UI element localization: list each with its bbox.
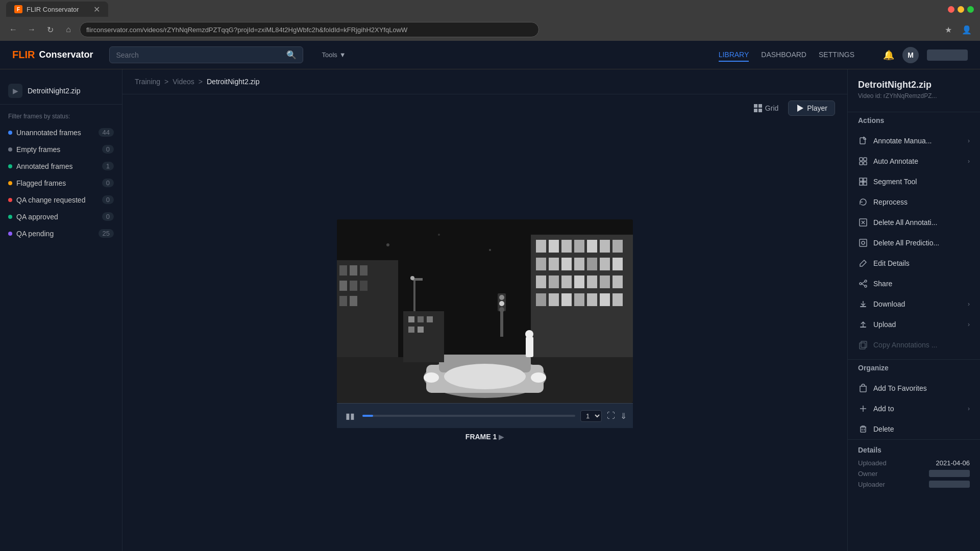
svg-rect-35 — [600, 276, 610, 288]
nav-link-settings[interactable]: SETTINGS — [819, 48, 854, 62]
rp-title: DetroitNight2.zip — [848, 80, 980, 92]
svg-rect-19 — [574, 240, 584, 253]
browser-chrome: F FLIR Conservator ✕ ← → ↻ ⌂ flirconserv… — [0, 0, 980, 41]
delete-predictions-label: Delete All Predictio... — [873, 239, 939, 247]
svg-rect-29 — [612, 258, 623, 270]
action-upload[interactable]: Upload › — [848, 314, 980, 335]
action-auto-annotate[interactable]: Auto Annotate › — [848, 151, 980, 171]
grid-icon — [754, 104, 762, 112]
frame-select[interactable]: 1 2 3 — [580, 410, 602, 422]
action-delete[interactable]: Delete — [848, 419, 980, 439]
share-icon — [858, 279, 868, 289]
filter-unannotated[interactable]: Unannotated frames 44 — [0, 124, 122, 141]
player-view-button[interactable]: Player — [788, 101, 835, 116]
svg-rect-31 — [549, 276, 559, 288]
action-edit-details[interactable]: Edit Details — [848, 253, 980, 273]
sidebar-video-item[interactable]: ▶ DetroitNight2.zip — [0, 78, 122, 105]
tab-close-button[interactable]: ✕ — [93, 5, 100, 14]
svg-rect-40 — [574, 293, 584, 306]
svg-point-84 — [862, 181, 864, 183]
filter-empty[interactable]: Empty frames 0 — [0, 141, 122, 158]
search-icon: 🔍 — [286, 50, 297, 60]
window-close-button[interactable] — [948, 6, 954, 13]
svg-rect-78 — [860, 162, 863, 165]
svg-rect-60 — [418, 316, 424, 322]
filter-label: Filter frames by status: — [0, 111, 122, 124]
breadcrumb-training[interactable]: Training — [135, 78, 160, 86]
home-button[interactable]: ⌂ — [61, 22, 76, 37]
action-annotate[interactable]: Annotate Manua... › — [848, 131, 980, 151]
notifications-icon[interactable]: 🔔 — [883, 49, 894, 61]
url-text: flirconservator.com/videos/rZYhNqRemzdPZ… — [86, 26, 407, 34]
dot-unannotated — [8, 131, 12, 135]
browser-tab[interactable]: F FLIR Conservator ✕ — [6, 2, 108, 17]
tools-button[interactable]: Tools ▼ — [322, 51, 346, 59]
action-reprocess[interactable]: Reprocess — [848, 192, 980, 212]
rp-subtitle: Video id: rZYhNqRemzdPZ... — [848, 92, 980, 108]
search-bar[interactable]: 🔍 — [109, 46, 303, 63]
action-add-to[interactable]: Add to › — [848, 398, 980, 419]
svg-rect-95 — [860, 306, 866, 307]
detail-owner-val — [929, 470, 970, 477]
action-delete-annotations[interactable]: Delete All Annotati... — [848, 212, 980, 233]
svg-rect-30 — [536, 276, 546, 288]
dot-empty — [8, 147, 12, 152]
filter-qa-approved[interactable]: QA approved 0 — [0, 208, 122, 225]
player-icon — [796, 104, 804, 112]
main-content: ▶ DetroitNight2.zip Filter frames by sta… — [0, 69, 980, 551]
svg-rect-0 — [754, 104, 757, 108]
filter-annotated[interactable]: Annotated frames 1 — [0, 158, 122, 174]
svg-rect-88 — [860, 239, 867, 246]
window-minimize-button[interactable] — [958, 6, 964, 13]
back-button[interactable]: ← — [6, 22, 20, 37]
filter-flagged[interactable]: Flagged frames 0 — [0, 174, 122, 191]
svg-rect-16 — [536, 240, 546, 253]
svg-rect-37 — [536, 293, 546, 306]
frame-download-button[interactable]: ⇓ — [620, 411, 627, 421]
upload-label: Upload — [873, 320, 896, 329]
svg-rect-36 — [612, 276, 623, 288]
delete-predictions-icon — [858, 238, 868, 248]
nav-link-library[interactable]: LIBRARY — [719, 48, 749, 62]
video-frame — [337, 219, 633, 403]
filter-empty-count: 0 — [102, 145, 114, 154]
breadcrumb-videos[interactable]: Videos — [173, 78, 194, 86]
svg-rect-17 — [549, 240, 559, 253]
profile-button[interactable]: 👤 — [960, 22, 974, 37]
right-panel: DetroitNight2.zip Video id: rZYhNqRemzdP… — [847, 69, 980, 551]
svg-rect-7 — [339, 265, 347, 276]
pause-button[interactable]: ▮▮ — [343, 409, 357, 423]
nav-right: 🔔 M — [883, 47, 968, 63]
action-delete-predictions[interactable]: Delete All Predictio... — [848, 233, 980, 253]
browser-titlebar: F FLIR Conservator ✕ — [0, 0, 980, 18]
action-share[interactable]: Share — [848, 273, 980, 294]
nav-link-dashboard[interactable]: DASHBOARD — [761, 48, 806, 62]
forward-button[interactable]: → — [24, 22, 39, 37]
filter-qa-approved-count: 0 — [102, 212, 114, 221]
dot-annotated — [8, 164, 12, 168]
refresh-button[interactable]: ↻ — [43, 22, 57, 37]
reprocess-icon — [858, 197, 868, 207]
progress-bar[interactable] — [362, 415, 575, 417]
svg-rect-14 — [350, 296, 357, 306]
action-add-favorites[interactable]: Add To Favorites — [848, 378, 980, 398]
fullscreen-button[interactable]: ⛶ — [607, 411, 615, 420]
thermal-video-frame — [337, 219, 633, 403]
svg-point-71 — [489, 249, 491, 251]
logo-flir-text: FLIR — [12, 49, 35, 61]
view-controls: Grid Player — [122, 94, 847, 122]
auto-annotate-chevron: › — [968, 158, 970, 165]
avatar[interactable]: M — [902, 47, 919, 63]
action-download[interactable]: Download › — [848, 294, 980, 314]
grid-view-button[interactable]: Grid — [746, 101, 786, 116]
filter-qa-change[interactable]: QA change requested 0 — [0, 191, 122, 208]
action-segment-tool[interactable]: Segment Tool — [848, 171, 980, 192]
svg-line-93 — [862, 282, 865, 284]
address-bar[interactable]: flirconservator.com/videos/rZYhNqRemzdPZ… — [80, 22, 539, 37]
filter-qa-pending[interactable]: QA pending 25 — [0, 225, 122, 242]
search-input[interactable] — [116, 51, 282, 59]
dot-flagged — [8, 181, 12, 185]
star-button[interactable]: ★ — [941, 22, 955, 37]
filter-qa-pending-count: 25 — [99, 229, 114, 238]
window-maximize-button[interactable] — [967, 6, 974, 13]
